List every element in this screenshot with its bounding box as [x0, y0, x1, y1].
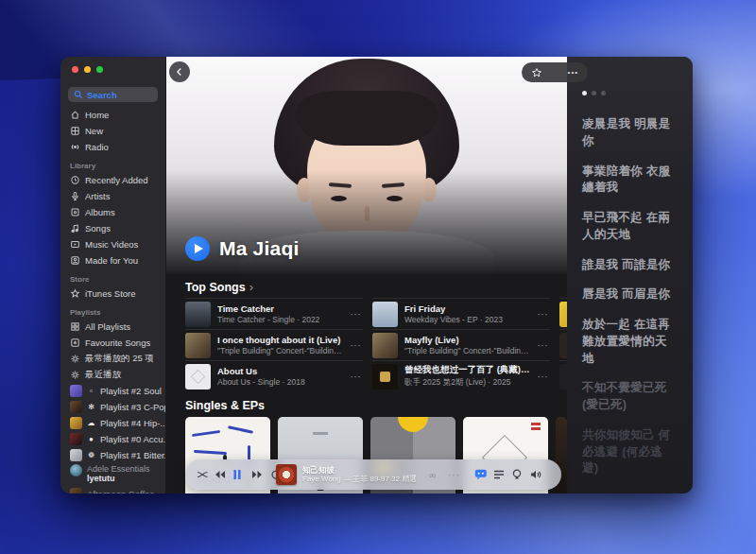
- now-playing-artist: Faye Wong — 王菲 89-97 32 精選: [302, 475, 417, 484]
- main-content: Ma Jiaqi Top Songs › Time Catcher Time C…: [166, 57, 567, 493]
- more-icon[interactable]: [538, 309, 551, 320]
- sidebar-item-playlist-0-accu[interactable]: ● Playlist #0 Accu...: [60, 431, 165, 447]
- song-row-time-catcher[interactable]: Time Catcher Time Catcher - Single · 202…: [185, 298, 363, 329]
- song-subtitle: 歌手 2025 第2期 (Live) · 2025: [404, 377, 531, 389]
- sidebar-item-playlist-4-hip[interactable]: ☁ Playlist #4 Hip-...: [60, 415, 165, 431]
- now-playing-info[interactable]: 知己知彼 Faye Wong — 王菲 89-97 32 精選: [302, 459, 417, 490]
- autoplay-icon[interactable]: ∞: [429, 459, 436, 490]
- playlist-art: [70, 385, 82, 397]
- sidebar-item-playlist-1-bitter[interactable]: ❁ Playlist #1 Bitter...: [60, 447, 165, 463]
- sidebar-item-label: Artists: [85, 191, 110, 201]
- sidebar-item-adele-essentials[interactable]: Adele Essentials lyetutu: [60, 463, 165, 486]
- playlist-art: [70, 417, 82, 429]
- lyrics-button[interactable]: [474, 459, 488, 490]
- sidebar-item-playlist-3-cpop[interactable]: ✻ Playlist #3 C-Pop: [60, 399, 165, 415]
- album-art: [559, 302, 567, 327]
- sidebar-item-artists[interactable]: Artists: [60, 188, 165, 204]
- sidebar-item-label: 最常播放的 25 项: [85, 353, 154, 365]
- sidebar-item-recently-played[interactable]: 最近播放: [60, 367, 165, 383]
- sidebar-item-albums[interactable]: Albums: [60, 204, 165, 220]
- lyric-line[interactable]: 放於一起 在這再難放置愛情的天地: [582, 317, 678, 367]
- close-button[interactable]: [72, 66, 78, 73]
- sidebar-item-most-played[interactable]: 最常播放的 25 项: [60, 351, 165, 367]
- song-subtitle: About Us - Single · 2018: [217, 377, 344, 387]
- album-art: [185, 302, 211, 327]
- sidebar-item-label: Afternoon Coffee: [87, 489, 155, 493]
- lyric-line[interactable]: 早已飛不起 在兩人的天地: [582, 210, 678, 244]
- album-art: [372, 302, 398, 327]
- more-button[interactable]: •••: [568, 68, 578, 77]
- sidebar-item-home[interactable]: Home: [60, 107, 165, 123]
- lyric-line[interactable]: 唇是我 而眉是你: [582, 286, 678, 303]
- song-subtitle: Weekday Vibes - EP · 2023: [404, 315, 531, 324]
- star-icon: [70, 288, 80, 299]
- playlist-art: [70, 433, 82, 445]
- artist-name: Ma Jiaqi: [219, 237, 299, 260]
- lyrics-progress-dots: [582, 91, 678, 95]
- playlist-art: [70, 449, 82, 461]
- lyric-line[interactable]: 凌晨是我 明晨是你: [582, 116, 678, 150]
- lyric-line[interactable]: 共你知彼知己 何必逃避 (何必逃避): [582, 427, 678, 477]
- grid-icon: [70, 321, 80, 332]
- home-icon: [70, 110, 80, 120]
- more-icon[interactable]: [538, 372, 551, 382]
- song-title: I once thought about it (Live): [217, 335, 344, 345]
- lyric-line[interactable]: 事業陪着你 衣服纏着我: [582, 164, 678, 198]
- queue-button[interactable]: [493, 459, 505, 490]
- play-button[interactable]: [185, 236, 210, 261]
- zoom-button[interactable]: [96, 66, 103, 73]
- grid-plus-icon: [70, 126, 80, 136]
- sidebar-item-all-playlists[interactable]: All Playlists: [60, 319, 165, 335]
- sidebar-item-songs[interactable]: Songs: [60, 220, 165, 236]
- song-row-mayfly[interactable]: Mayfly (Live) "Triple Building" Concert-…: [372, 329, 550, 360]
- pause-button[interactable]: [232, 459, 242, 490]
- playlist-art: [70, 464, 82, 476]
- lyric-line[interactable]: 不知不覺愛已死 (愛已死): [582, 380, 678, 414]
- next-button[interactable]: [251, 459, 264, 490]
- top-songs-header[interactable]: Top Songs ›: [185, 280, 548, 294]
- minimize-button[interactable]: [84, 66, 91, 73]
- queue-list-icon: [493, 470, 505, 479]
- previous-button[interactable]: [214, 459, 226, 490]
- sidebar-item-label: Adele Essentials: [87, 464, 150, 474]
- song-row-about-us[interactable]: About Us About Us - Single · 2018: [185, 360, 363, 391]
- sidebar-item-favourite-songs[interactable]: Favourite Songs: [60, 335, 165, 351]
- airplay-button[interactable]: [511, 459, 523, 490]
- song-row-live-2025[interactable]: 曾经我也想过一了百了 (典藏) [Live] 歌手 2025 第2期 (Live…: [372, 360, 550, 391]
- more-icon[interactable]: ···: [448, 459, 460, 490]
- back-button[interactable]: [169, 61, 190, 82]
- sidebar-item-made-for-you[interactable]: Made for You: [60, 252, 165, 268]
- top-songs-list: Time Catcher Time Catcher - Single · 202…: [185, 298, 567, 393]
- sidebar-item-label: Music Videos: [85, 239, 138, 250]
- search-input[interactable]: Search: [68, 87, 158, 102]
- sidebar-item-afternoon-coffee[interactable]: Afternoon Coffee: [60, 486, 165, 493]
- more-icon[interactable]: [351, 372, 364, 382]
- album-art: [185, 364, 211, 390]
- lyric-line[interactable]: 誰是我 而誰是你: [582, 257, 678, 274]
- sidebar-item-playlist-2-soul[interactable]: ▫ Playlist #2 Soul: [60, 383, 165, 399]
- sidebar-item-label: Playlist #4 Hip-...: [100, 418, 165, 428]
- sidebar-item-radio[interactable]: Radio: [60, 139, 165, 155]
- song-title: Mayfly (Live): [404, 335, 531, 345]
- clock-icon: [70, 175, 80, 185]
- volume-button[interactable]: [530, 459, 542, 490]
- now-playing-title: 知己知彼: [302, 465, 335, 476]
- radio-icon: [70, 142, 80, 152]
- sidebar-item-label: Playlist #2 Soul: [100, 386, 162, 396]
- album-art: [559, 364, 567, 390]
- sidebar-section-playlists: Playlists: [70, 308, 156, 317]
- singles-eps-header[interactable]: Singles & EPs: [185, 399, 548, 412]
- more-icon[interactable]: [538, 340, 551, 351]
- sidebar-item-label: Playlist #3 C-Pop: [100, 402, 165, 412]
- sidebar-item-recently-added[interactable]: Recently Added: [60, 172, 165, 188]
- song-row-i-once-thought[interactable]: I once thought about it (Live) "Triple B…: [185, 329, 363, 360]
- sidebar-item-music-videos[interactable]: Music Videos: [60, 236, 165, 252]
- song-row-fri-friday[interactable]: Fri Friday Weekday Vibes - EP · 2023: [372, 298, 550, 329]
- sidebar-item-itunes-store[interactable]: iTunes Store: [60, 286, 165, 302]
- sidebar-item-new[interactable]: New: [60, 123, 165, 139]
- more-icon[interactable]: [351, 309, 364, 320]
- song-title: 曾经我也想过一了百了 (典藏) [Live]: [404, 364, 531, 376]
- shuffle-button[interactable]: [197, 459, 209, 490]
- favorite-star-button[interactable]: [531, 67, 542, 78]
- more-icon[interactable]: [351, 340, 364, 351]
